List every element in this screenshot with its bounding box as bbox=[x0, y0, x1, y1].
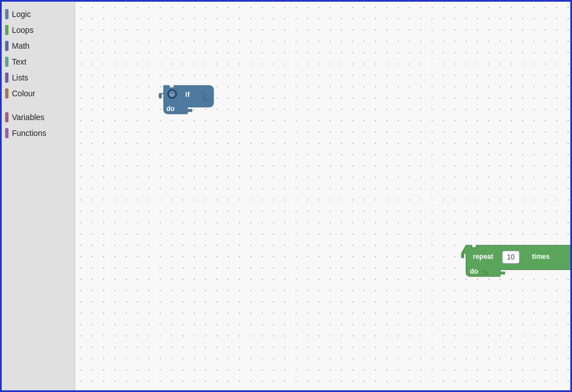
sidebar-item-functions[interactable]: Functions bbox=[2, 125, 75, 141]
sidebar-item-variables[interactable]: Variables bbox=[2, 109, 75, 125]
math-color-bar bbox=[5, 41, 8, 51]
sidebar-item-text[interactable]: Text bbox=[2, 54, 75, 70]
sidebar-label-colour: Colour bbox=[12, 89, 35, 98]
sidebar-label-logic: Logic bbox=[12, 10, 31, 19]
sidebar-label-variables: Variables bbox=[12, 113, 44, 122]
svg-text:do: do bbox=[167, 105, 175, 113]
sidebar-item-math[interactable]: Math bbox=[2, 38, 75, 54]
if-block-svg: ✦ if do bbox=[159, 86, 216, 128]
svg-text:do: do bbox=[470, 267, 479, 275]
sidebar-label-math: Math bbox=[12, 41, 29, 50]
svg-text:✦: ✦ bbox=[170, 92, 174, 97]
svg-text:10: 10 bbox=[507, 253, 515, 261]
lists-color-bar bbox=[5, 73, 8, 83]
sidebar-label-text: Text bbox=[12, 57, 27, 66]
variables-color-bar bbox=[5, 112, 8, 122]
loops-color-bar bbox=[5, 25, 8, 35]
svg-text:if: if bbox=[185, 90, 190, 99]
sidebar-label-loops: Loops bbox=[12, 25, 33, 35]
sidebar-label-functions: Functions bbox=[12, 129, 46, 138]
sidebar: Logic Loops Math Text Lists Colour Varia… bbox=[2, 2, 75, 390]
sidebar-item-colour[interactable]: Colour bbox=[2, 86, 75, 101]
app-container: Logic Loops Math Text Lists Colour Varia… bbox=[0, 0, 572, 392]
sidebar-item-logic[interactable]: Logic bbox=[2, 6, 75, 22]
svg-text:repeat: repeat bbox=[473, 253, 493, 261]
if-block[interactable]: ✦ if do bbox=[159, 86, 209, 124]
sidebar-label-lists: Lists bbox=[12, 73, 28, 82]
repeat-block-svg: repeat 10 times do bbox=[462, 245, 570, 289]
svg-text:times: times bbox=[532, 253, 550, 261]
sidebar-spacer bbox=[2, 101, 75, 109]
sidebar-item-loops[interactable]: Loops bbox=[2, 22, 75, 38]
colour-color-bar bbox=[5, 88, 8, 99]
repeat-block[interactable]: repeat 10 times do bbox=[462, 245, 569, 285]
functions-color-bar bbox=[5, 128, 8, 138]
workspace[interactable]: ✦ if do repeat bbox=[75, 2, 570, 390]
text-color-bar bbox=[5, 57, 8, 67]
logic-color-bar bbox=[5, 9, 8, 19]
sidebar-item-lists[interactable]: Lists bbox=[2, 70, 75, 86]
